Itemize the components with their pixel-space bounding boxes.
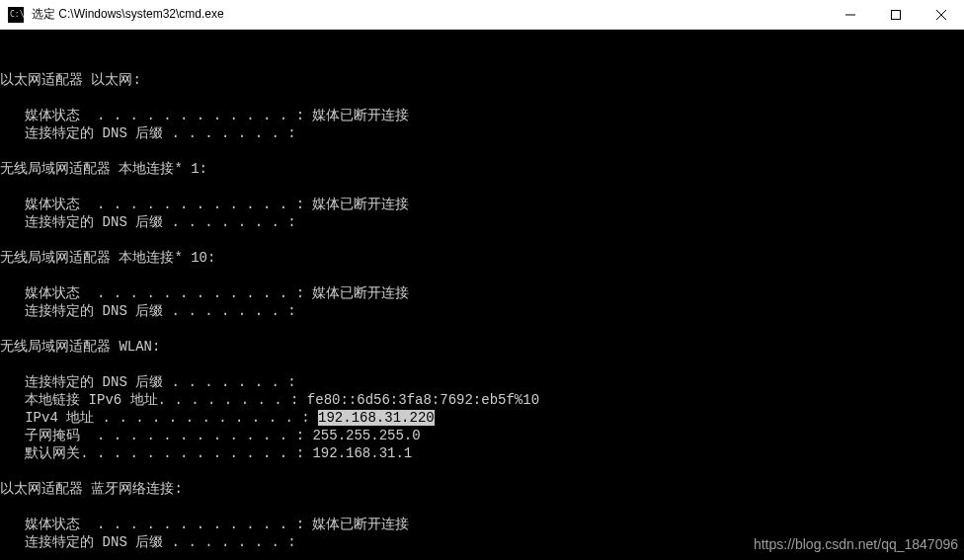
terminal-line: 连接特定的 DNS 后缀 . . . . . . . :	[0, 373, 964, 391]
terminal-blank-line	[0, 142, 964, 160]
terminal-blank-line	[0, 267, 964, 284]
svg-text:C:\: C:\	[10, 10, 24, 19]
terminal-line: 无线局域网适配器 本地连接* 10:	[0, 249, 964, 267]
terminal-blank-line	[0, 462, 964, 480]
terminal-blank-line	[0, 356, 964, 373]
terminal-line: 默认网关. . . . . . . . . . . . . : 192.168.…	[0, 444, 964, 462]
terminal-blank-line	[0, 231, 964, 249]
terminal-blank-line	[0, 498, 964, 516]
cmd-icon: C:\	[8, 7, 24, 23]
window-titlebar: C:\ 选定 C:\Windows\system32\cmd.exe	[0, 0, 964, 30]
terminal-blank-line	[0, 53, 964, 71]
window-controls	[828, 0, 964, 29]
terminal-line: 无线局域网适配器 本地连接* 1:	[0, 160, 964, 178]
terminal-blank-line	[0, 551, 964, 560]
terminal-blank-line	[0, 89, 964, 107]
close-button[interactable]	[919, 0, 964, 30]
terminal-line: IPv4 地址 . . . . . . . . . . . . : 192.16…	[0, 409, 964, 427]
svg-rect-3	[892, 10, 901, 19]
terminal-line: 媒体状态 . . . . . . . . . . . . : 媒体已断开连接	[0, 107, 964, 124]
terminal-line: 无线局域网适配器 WLAN:	[0, 338, 964, 356]
terminal-line: 媒体状态 . . . . . . . . . . . . : 媒体已断开连接	[0, 284, 964, 302]
window-title: 选定 C:\Windows\system32\cmd.exe	[32, 6, 828, 23]
maximize-button[interactable]	[873, 0, 919, 30]
terminal-line: 媒体状态 . . . . . . . . . . . . : 媒体已断开连接	[0, 196, 964, 213]
terminal-line: 连接特定的 DNS 后缀 . . . . . . . :	[0, 124, 964, 142]
terminal-line: 连接特定的 DNS 后缀 . . . . . . . :	[0, 533, 964, 551]
terminal-line: 连接特定的 DNS 后缀 . . . . . . . :	[0, 302, 964, 320]
terminal-line: 连接特定的 DNS 后缀 . . . . . . . :	[0, 213, 964, 231]
terminal-line: 以太网适配器 以太网:	[0, 71, 964, 89]
terminal-line: 本地链接 IPv6 地址. . . . . . . . : fe80::6d56…	[0, 391, 964, 409]
terminal-line: 以太网适配器 蓝牙网络连接:	[0, 480, 964, 498]
terminal-line: 媒体状态 . . . . . . . . . . . . : 媒体已断开连接	[0, 516, 964, 533]
terminal-blank-line	[0, 320, 964, 338]
terminal-output[interactable]: 以太网适配器 以太网: 媒体状态 . . . . . . . . . . . .…	[0, 30, 964, 560]
selected-text: 192.168.31.220	[318, 410, 435, 426]
terminal-line: 子网掩码 . . . . . . . . . . . . : 255.255.2…	[0, 427, 964, 444]
terminal-blank-line	[0, 178, 964, 196]
minimize-button[interactable]	[828, 0, 873, 30]
